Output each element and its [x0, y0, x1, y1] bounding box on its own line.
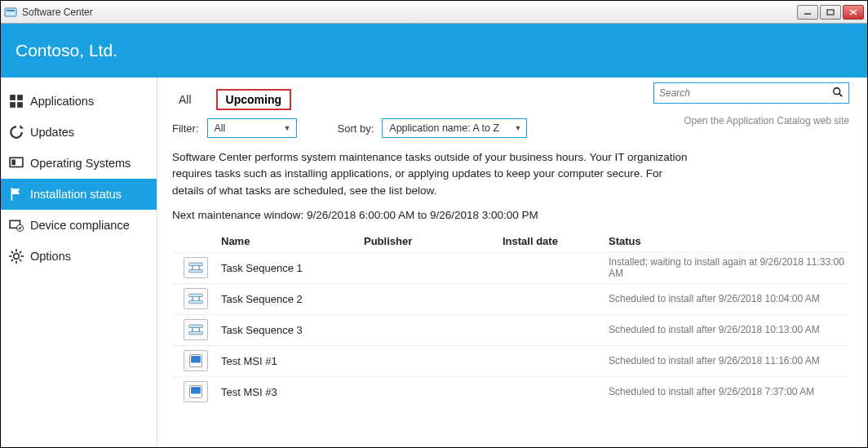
cell-name: Task Sequence 3: [221, 324, 364, 336]
maximize-button[interactable]: [820, 5, 841, 20]
cell-name: Test MSI #1: [221, 355, 364, 367]
sidebar-item-label: Installation status: [30, 188, 122, 201]
sidebar-item-label: Applications: [30, 95, 94, 108]
cell-status: Scheduled to install after 9/26/2018 11:…: [609, 355, 849, 366]
table-row[interactable]: Test MSI #1Scheduled to install after 9/…: [172, 345, 849, 376]
svg-rect-8: [10, 102, 16, 108]
svg-rect-31: [189, 332, 203, 335]
applications-icon: [9, 94, 24, 109]
maintenance-window-text: Next maintenance window: 9/26/2018 6:00:…: [172, 209, 849, 221]
col-publisher[interactable]: Publisher: [364, 235, 503, 247]
sidebar-item-label: Device compliance: [30, 219, 130, 232]
org-banner: Contoso, Ltd.: [1, 24, 867, 78]
filter-dropdown[interactable]: All ▼: [207, 118, 297, 138]
table-row[interactable]: Task Sequence 3Scheduled to install afte…: [172, 314, 849, 345]
svg-rect-0: [5, 8, 16, 16]
minimize-button[interactable]: [797, 5, 818, 20]
sidebar-item-installation-status[interactable]: Installation status: [1, 179, 157, 210]
svg-point-15: [14, 254, 20, 259]
sort-dropdown[interactable]: Application name: A to Z ▼: [382, 118, 527, 138]
compliance-icon: [9, 218, 24, 233]
cell-status: Scheduled to install after 9/26/2018 7:3…: [609, 386, 849, 397]
cell-status: Installed; waiting to install again at 9…: [609, 256, 849, 279]
cell-status: Scheduled to install after 9/26/2018 10:…: [609, 324, 849, 335]
sort-value: Application name: A to Z: [389, 122, 499, 134]
sidebar-item-label: Options: [30, 250, 71, 263]
cell-name: Task Sequence 2: [221, 293, 364, 305]
cell-status: Scheduled to install after 9/26/2018 10:…: [609, 293, 849, 304]
search-box[interactable]: [653, 82, 849, 104]
svg-rect-1: [7, 10, 15, 11]
chevron-down-icon: ▼: [284, 124, 291, 132]
task-sequence-icon: [184, 257, 208, 278]
task-sequence-icon: [184, 288, 208, 309]
col-name[interactable]: Name: [221, 235, 364, 247]
svg-line-20: [11, 251, 13, 253]
org-name: Contoso, Ltd.: [16, 41, 117, 60]
flag-icon: [9, 187, 24, 202]
search-input[interactable]: [659, 87, 832, 99]
msi-icon: [184, 381, 208, 402]
task-sequence-icon: [184, 319, 208, 340]
svg-line-23: [11, 259, 13, 261]
svg-line-21: [20, 259, 21, 261]
msi-icon: [184, 350, 208, 371]
sort-label: Sort by:: [338, 122, 374, 135]
table-row[interactable]: Task Sequence 2Scheduled to install afte…: [172, 283, 849, 314]
svg-rect-27: [189, 270, 203, 273]
chevron-down-icon: ▼: [514, 124, 521, 132]
svg-rect-3: [827, 10, 834, 15]
sidebar-item-device-compliance[interactable]: Device compliance: [1, 210, 157, 241]
tab-all[interactable]: All: [172, 90, 198, 109]
os-icon: [9, 156, 24, 171]
svg-rect-7: [17, 95, 23, 100]
table-header: Name Publisher Install date Status: [172, 231, 849, 252]
svg-rect-9: [17, 102, 23, 108]
window-controls: [797, 5, 864, 20]
svg-point-24: [834, 87, 840, 94]
sidebar-item-updates[interactable]: Updates: [1, 117, 157, 148]
svg-rect-26: [189, 263, 203, 265]
cell-name: Test MSI #3: [221, 386, 364, 398]
gear-icon: [9, 249, 24, 264]
col-status[interactable]: Status: [609, 235, 849, 247]
svg-rect-29: [189, 301, 203, 304]
filter-label: Filter:: [172, 122, 199, 135]
col-install-date[interactable]: Install date: [503, 235, 609, 247]
title-bar: Software Center: [1, 1, 867, 24]
svg-rect-30: [189, 325, 203, 327]
svg-rect-12: [11, 160, 16, 166]
svg-marker-10: [20, 125, 24, 129]
table-body: Task Sequence 1Installed; waiting to ins…: [172, 252, 849, 407]
sidebar-item-label: Updates: [30, 126, 74, 139]
table-row[interactable]: Task Sequence 1Installed; waiting to ins…: [172, 252, 849, 283]
table-row[interactable]: Test MSI #3Scheduled to install after 9/…: [172, 376, 849, 407]
window-title: Software Center: [22, 7, 797, 18]
svg-rect-28: [189, 294, 203, 296]
sidebar-item-label: Operating Systems: [30, 157, 131, 170]
catalog-link[interactable]: Open the Application Catalog web site: [684, 115, 849, 126]
svg-line-22: [20, 251, 21, 253]
cell-name: Task Sequence 1: [221, 262, 364, 274]
close-button[interactable]: [843, 5, 864, 20]
sidebar-item-applications[interactable]: Applications: [1, 86, 157, 117]
tab-upcoming[interactable]: Upcoming: [216, 89, 291, 110]
main-content: All Upcoming Open the Application Catalo…: [157, 78, 867, 447]
svg-line-25: [839, 93, 843, 96]
svg-rect-35: [191, 387, 201, 393]
filter-value: All: [215, 122, 226, 134]
updates-icon: [9, 125, 24, 140]
svg-rect-33: [191, 356, 201, 362]
sidebar-item-operating-systems[interactable]: Operating Systems: [1, 148, 157, 179]
search-icon[interactable]: [832, 86, 844, 100]
svg-rect-6: [10, 95, 16, 100]
app-icon: [4, 6, 17, 19]
description-text: Software Center performs system maintena…: [172, 149, 694, 199]
sidebar-item-options[interactable]: Options: [1, 241, 157, 272]
sidebar: Applications Updates Operating Systems I…: [1, 78, 157, 447]
